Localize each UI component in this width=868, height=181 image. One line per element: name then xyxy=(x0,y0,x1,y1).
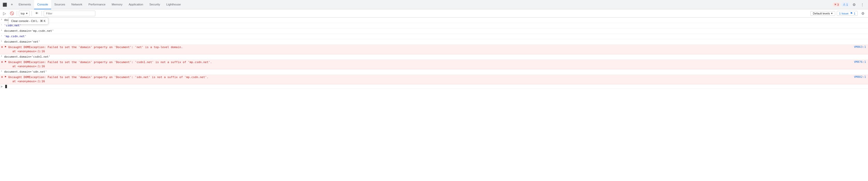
expand-arrow: ‹ xyxy=(0,34,3,37)
console-error-row: ⊗ ▶ Uncaught DOMException: Failed to set… xyxy=(0,75,868,84)
tab-security[interactable]: Security xyxy=(146,0,163,9)
warning-badge[interactable]: ⚠ 1 xyxy=(841,2,849,7)
console-row: › document.domain='sdn.net' xyxy=(0,69,868,75)
more-options-icon[interactable]: ⋮ xyxy=(859,1,866,8)
console-toolbar: ▷ 🚫 top ▼ 👁 Clear console - Ctrl L · ⌘ K… xyxy=(0,9,868,18)
issue-icon: ⚑ xyxy=(850,12,853,15)
expand-arrow[interactable]: ▶ xyxy=(4,75,7,78)
error-icon: ⊗ xyxy=(0,60,4,64)
expand-arrow[interactable]: › xyxy=(0,69,3,72)
row-content: 'mp.csdn.net' xyxy=(3,34,868,39)
tab-console[interactable]: Console xyxy=(34,0,51,9)
console-error-row: ⊗ ▶ Uncaught DOMException: Failed to set… xyxy=(0,60,868,69)
tab-application[interactable]: Application xyxy=(126,0,146,9)
error-icon: ✕ xyxy=(834,3,836,6)
cursor xyxy=(5,85,7,88)
row-content: document.domain='mp.csdn.net' xyxy=(3,29,868,33)
prompt-symbol: > xyxy=(0,85,4,88)
tab-bar-left: ⬛ ⌖ Elements Console Sources Network Per… xyxy=(1,0,184,9)
console-input-row[interactable]: > xyxy=(0,84,868,89)
tab-elements[interactable]: Elements xyxy=(16,0,34,9)
error-badge[interactable]: ✕ 3 xyxy=(833,2,840,7)
error-link[interactable]: VM882:1 xyxy=(854,75,868,79)
dock-icon[interactable]: ⬛ xyxy=(1,1,8,8)
expand-arrow[interactable]: ▶ xyxy=(4,60,7,63)
row-content: document.domain='sdn.net' xyxy=(3,69,868,74)
expand-arrow[interactable]: ▶ xyxy=(4,45,7,48)
expand-arrow[interactable]: › xyxy=(0,29,3,32)
clear-button[interactable]: 🚫 xyxy=(9,10,15,17)
console-error-row: ⊗ ▶ Uncaught DOMException: Failed to set… xyxy=(0,45,868,54)
error-content: Uncaught DOMException: Failed to set the… xyxy=(7,60,854,69)
error-link[interactable]: VM863:1 xyxy=(854,45,868,49)
console-row: ‹ 'csdn.net' xyxy=(0,23,868,28)
expand-arrow[interactable]: › xyxy=(0,39,3,42)
filter-input[interactable] xyxy=(44,10,95,16)
error-content: Uncaught DOMException: Failed to set the… xyxy=(7,45,854,54)
inspect-icon[interactable]: ⌖ xyxy=(8,1,16,8)
tab-performance[interactable]: Performance xyxy=(86,0,109,9)
warning-icon: ⚠ xyxy=(843,3,845,6)
context-selector[interactable]: top ▼ xyxy=(19,10,30,16)
tab-bar-right: ✕ 3 ⚠ 1 ⚙ ⋮ xyxy=(833,1,868,8)
error-content: Uncaught DOMException: Failed to set the… xyxy=(7,75,854,84)
tab-memory[interactable]: Memory xyxy=(108,0,126,9)
console-output: › document.domain='csdn.net' ‹ 'csdn.net… xyxy=(0,18,868,181)
toolbar-separator-3 xyxy=(41,11,42,16)
row-content: document.domain='csdn.net' xyxy=(3,18,868,23)
row-content: document.domain='net' xyxy=(3,39,868,44)
eye-icon[interactable]: 👁 xyxy=(34,10,40,17)
console-row: › document.domain='net' xyxy=(0,39,868,45)
clear-tooltip: Clear console - Ctrl L · ⌘ K xyxy=(8,18,48,25)
issues-button[interactable]: 1 Issue: ⚑ 1 xyxy=(837,11,858,16)
expand-arrow[interactable]: › xyxy=(0,55,3,57)
tab-network[interactable]: Network xyxy=(68,0,85,9)
expand-arrow: ‹ xyxy=(0,23,3,26)
tab-bar: ⬛ ⌖ Elements Console Sources Network Per… xyxy=(0,0,868,9)
console-settings-icon[interactable]: ⚙ xyxy=(859,10,866,17)
input-line[interactable] xyxy=(4,85,868,88)
settings-icon[interactable]: ⚙ xyxy=(850,1,858,8)
error-link[interactable]: VM876:1 xyxy=(854,60,868,64)
console-row: › document.domain='csdn.net' xyxy=(0,18,868,23)
console-row: › document.domain='mp.csdn.net' xyxy=(0,28,868,34)
row-content: 'csdn.net' xyxy=(3,23,868,28)
toolbar-right: Default levels ▼ 1 Issue: ⚑ 1 ⚙ xyxy=(810,10,866,17)
expand-arrow[interactable]: › xyxy=(0,18,3,21)
default-levels-selector[interactable]: Default levels ▼ xyxy=(810,11,835,16)
tab-lighthouse[interactable]: Lighthouse xyxy=(163,0,184,9)
chevron-down-icon: ▼ xyxy=(26,12,28,15)
error-icon: ⊗ xyxy=(0,45,4,49)
console-row: › document.domain='csdn1.net' xyxy=(0,54,868,60)
row-content: document.domain='csdn1.net' xyxy=(3,55,868,59)
error-icon: ⊗ xyxy=(0,75,4,79)
toolbar-separator-1 xyxy=(17,11,17,16)
execute-button[interactable]: ▷ xyxy=(2,10,8,17)
chevron-down-icon-levels: ▼ xyxy=(831,12,833,15)
console-row: ‹ 'mp.csdn.net' xyxy=(0,34,868,39)
tab-sources[interactable]: Sources xyxy=(51,0,68,9)
